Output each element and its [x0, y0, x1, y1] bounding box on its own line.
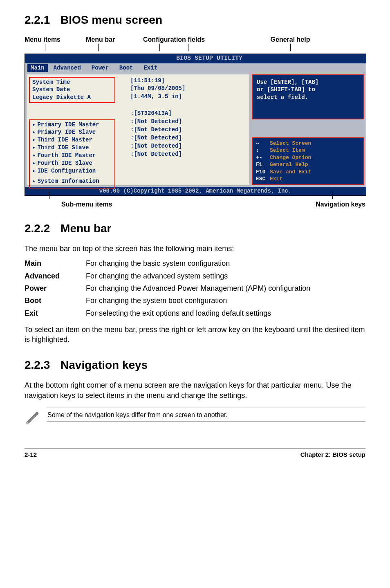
triangle-icon: ▸	[32, 167, 36, 175]
item-system-info[interactable]: System Information	[37, 177, 99, 185]
val-diskette[interactable]: [1.44M, 3.5 in]	[130, 93, 246, 101]
triangle-icon: ▸	[32, 152, 36, 159]
bios-title: BIOS SETUP UTILITY	[176, 55, 242, 62]
nav-v-save: Save and Exit	[270, 169, 311, 175]
note-text: Some of the navigation keys differ from …	[47, 408, 365, 422]
bios-tab-advanced[interactable]: Advanced	[54, 64, 81, 72]
bios-body: System Time System Date Legacy Diskette …	[25, 73, 366, 187]
item-system-date[interactable]: System Date	[32, 86, 112, 94]
row-adv-k: Advanced	[25, 271, 86, 281]
heading-221: 2.2.1 BIOS menu screen	[25, 12, 365, 28]
nav-v-change: Change Option	[270, 155, 311, 161]
nav-v-screen: Select Screen	[270, 140, 311, 146]
nav-keys-box: ↔Select Screen ↕Select Item +-Change Opt…	[252, 137, 364, 185]
note-block: Some of the navigation keys differ from …	[25, 408, 365, 424]
menubar-outro: To select an item on the menu bar, press…	[25, 325, 365, 345]
heading-222-num: 2.2.2	[25, 222, 50, 235]
svg-marker-0	[26, 412, 38, 423]
bios-tab-main[interactable]: Main	[27, 64, 48, 72]
row-exit-v: For selecting the exit options and loadi…	[86, 308, 365, 318]
menubar-description: The menu bar on top of the screen has th…	[25, 244, 365, 344]
annot-menu-bar: Menu bar	[86, 36, 115, 43]
row-power-k: Power	[25, 283, 86, 293]
row-boot-k: Boot	[25, 296, 86, 305]
val-time[interactable]: [11:51:19]	[130, 77, 246, 85]
val-third-slave: :[Not Detected]	[130, 134, 246, 142]
val-pri-slave: :[Not Detected]	[130, 118, 246, 126]
bios-tab-exit[interactable]: Exit	[143, 64, 157, 72]
val-date[interactable]: [Thu 09/08/2005]	[130, 85, 246, 92]
heading-222: 2.2.2 Menu bar	[25, 221, 365, 236]
nav-k-f10: F10	[256, 168, 270, 176]
heading-221-num: 2.2.1	[25, 13, 50, 26]
page-footer: 2-12 Chapter 2: BIOS setup	[25, 449, 365, 459]
bios-screenshot: BIOS SETUP UTILITY Main Advanced Power B…	[25, 54, 366, 195]
heading-223-title: Navigation keys	[61, 359, 148, 371]
item-pri-ide-slave[interactable]: Primary IDE Slave	[37, 128, 96, 136]
triangle-icon: ▸	[32, 159, 36, 167]
pencil-icon	[25, 408, 41, 424]
item-third-ide-master[interactable]: Third IDE Master	[37, 136, 92, 144]
navkeys-body: At the bottom right corner of a menu scr…	[25, 380, 365, 400]
nav-k-pm: +-	[256, 154, 270, 162]
row-boot-v: For changing the system boot configurati…	[86, 296, 365, 305]
heading-221-title: BIOS menu screen	[61, 13, 162, 26]
bios-title-bar: BIOS SETUP UTILITY	[25, 54, 366, 63]
item-legacy-diskette[interactable]: Legacy Diskette A	[32, 94, 112, 101]
row-main-v: For changing the basic system configurat…	[86, 258, 365, 268]
annot-submenu: Sub-menu items	[61, 201, 112, 208]
top-annotations: Menu items Menu bar Configuration fields…	[25, 35, 365, 44]
bios-right-pane: Use [ENTER], [TAB] or [SHIFT-TAB] to sel…	[252, 74, 364, 185]
menubar-intro: The menu bar on top of the screen has th…	[25, 244, 365, 254]
page-number: 2-12	[25, 451, 37, 459]
bios-menu-bar: Main Advanced Power Boot Exit	[25, 63, 366, 73]
annot-config-fields: Configuration fields	[143, 36, 205, 43]
heading-223: 2.2.3 Navigation keys	[25, 357, 365, 373]
annot-general-help: General help	[271, 36, 310, 43]
row-exit-k: Exit	[25, 308, 86, 318]
nav-k-ud: ↕	[256, 147, 270, 154]
menuitems-highlight-box: System Time System Date Legacy Diskette …	[29, 77, 115, 103]
heading-222-title: Menu bar	[61, 222, 111, 235]
submenu-highlight-box: ▸Primary IDE Master ▸Primary IDE Slave ▸…	[29, 119, 115, 189]
nav-v-help: General Help	[270, 162, 308, 168]
nav-k-lr: ↔	[256, 140, 270, 147]
item-system-time[interactable]: System Time	[32, 79, 112, 86]
item-fourth-ide-master[interactable]: Fourth IDE Master	[37, 152, 96, 159]
bios-copyright: v00.00 (C)Copyright 1985-2002, American …	[99, 188, 291, 194]
nav-k-esc: ESC	[256, 175, 270, 183]
triangle-icon: ▸	[32, 144, 36, 152]
bottom-annotations: Sub-menu items Navigation keys	[25, 200, 365, 209]
triangle-icon: ▸	[32, 128, 36, 136]
nav-v-exit: Exit	[270, 176, 282, 182]
val-fourth-slave: :[Not Detected]	[130, 150, 246, 158]
val-third-master: :[Not Detected]	[130, 126, 246, 134]
item-pri-ide-master[interactable]: Primary IDE Master	[37, 121, 99, 129]
val-fourth-master: :[Not Detected]	[130, 142, 246, 150]
help-line-2: or [SHIFT-TAB] to	[257, 86, 359, 94]
annot-menu-items: Menu items	[25, 36, 61, 43]
config-values-column: [11:51:19] [Thu 09/08/2005] [1.44M, 3.5 …	[130, 77, 246, 177]
row-power-v: For changing the Advanced Power Manageme…	[86, 283, 365, 293]
triangle-icon: ▸	[32, 177, 36, 185]
row-adv-v: For changing the advanced system setting…	[86, 271, 365, 281]
bios-tab-power[interactable]: Power	[92, 64, 109, 72]
triangle-icon: ▸	[32, 121, 36, 129]
help-line-1: Use [ENTER], [TAB]	[257, 79, 359, 86]
bios-left-pane: System Time System Date Legacy Diskette …	[27, 74, 249, 185]
general-help-box: Use [ENTER], [TAB] or [SHIFT-TAB] to sel…	[252, 74, 364, 119]
triangle-icon: ▸	[32, 136, 36, 144]
chapter-label: Chapter 2: BIOS setup	[300, 451, 365, 459]
item-fourth-ide-slave[interactable]: Fourth IDE Slave	[37, 159, 92, 167]
bios-tab-boot[interactable]: Boot	[119, 64, 133, 72]
item-third-ide-slave[interactable]: Third IDE Slave	[37, 144, 89, 152]
help-line-3: select a field.	[257, 94, 359, 101]
val-pri-master: :[ST320413A]	[130, 110, 246, 117]
item-ide-config[interactable]: IDE Configuration	[37, 167, 96, 175]
nav-k-f1: F1	[256, 161, 270, 168]
row-main-k: Main	[25, 258, 86, 268]
heading-223-num: 2.2.3	[25, 359, 50, 371]
annot-navkeys: Navigation keys	[316, 201, 365, 208]
nav-v-item: Select Item	[270, 147, 305, 153]
